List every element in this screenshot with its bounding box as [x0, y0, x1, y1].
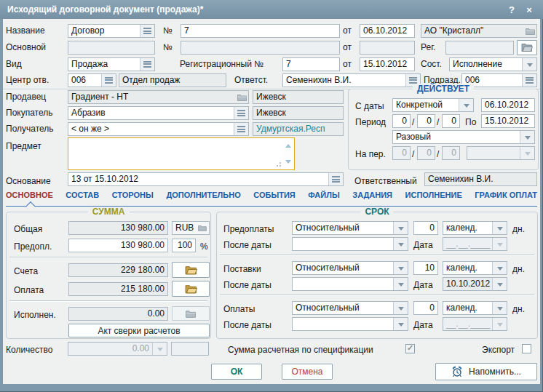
dropdown-button[interactable]: [393, 222, 408, 234]
dropdown-button[interactable]: [492, 262, 507, 274]
srok-separator: [220, 295, 534, 296]
title-bar: Исходящий договорной документ (продажа)*…: [0, 0, 543, 19]
invoices-label: Счета: [14, 265, 38, 279]
tab-osnovnoe[interactable]: ОСНОВНОЕ: [6, 191, 53, 199]
kind-field[interactable]: Продажа: [68, 57, 155, 71]
tab-fayly[interactable]: ФАЙЛЫ: [308, 191, 339, 199]
deliveries-date-combo[interactable]: 10.10.2012: [443, 277, 507, 291]
state-combo[interactable]: Исполнение: [449, 57, 537, 71]
from-label: от: [343, 24, 352, 38]
dropdown-button[interactable]: [393, 318, 408, 330]
resize-grip[interactable]: [280, 165, 281, 167]
period-years-field[interactable]: 0: [392, 114, 411, 128]
from-type-combo[interactable]: Конкретной: [392, 98, 474, 112]
name-field[interactable]: Договор: [68, 24, 155, 38]
center-list-button[interactable]: [101, 74, 116, 87]
dropdown-button[interactable]: [393, 302, 408, 314]
validity-kind-combo[interactable]: Разовый: [392, 130, 535, 144]
spec-sum-checkbox[interactable]: [405, 344, 415, 353]
payments-num-field[interactable]: 0: [413, 301, 438, 315]
state-dropdown-button[interactable]: [522, 58, 536, 71]
after-date-label: После даты: [223, 279, 272, 292]
export-checkbox[interactable]: [522, 344, 531, 353]
prepay-field[interactable]: 130 980.00: [68, 239, 168, 252]
folder-flat-icon[interactable]: [523, 25, 536, 37]
payments-after-combo[interactable]: [292, 317, 408, 331]
buyer-list-button[interactable]: [234, 107, 248, 119]
after-date-label: После даты: [223, 239, 272, 252]
payment-field: 215 180.00: [68, 282, 168, 296]
prepays-unit-combo[interactable]: календ.: [443, 221, 507, 235]
from-date-label: С даты: [355, 100, 384, 113]
scroll-down-icon[interactable]: [285, 160, 291, 167]
regnumber-field[interactable]: 7: [282, 57, 340, 71]
close-button[interactable]: ×: [521, 0, 537, 19]
tab-ispolnenie[interactable]: ИСПОЛНЕНИЕ: [405, 191, 462, 199]
tab-zadaniya[interactable]: ЗАДАНИЯ: [352, 191, 392, 199]
prepays-type-combo[interactable]: Относительный: [292, 221, 408, 235]
seller-city-field: Ижевск: [253, 90, 344, 104]
chevron-down-icon: [497, 243, 503, 249]
payments-unit-combo[interactable]: календ.: [443, 301, 507, 315]
folder-flat-icon[interactable]: [196, 222, 209, 234]
tab-dopolnitelno[interactable]: ДОПОЛНИТЕЛЬНО: [166, 191, 240, 199]
dropdown-button[interactable]: [492, 222, 507, 234]
name-list-button[interactable]: [140, 25, 154, 37]
valid-to-date-field[interactable]: 15.10.2012: [481, 114, 535, 128]
subdivision-list-button[interactable]: [522, 74, 536, 87]
remind-button[interactable]: Напомнить...: [435, 363, 537, 380]
tab-sobytiya[interactable]: СОБЫТИЯ: [253, 191, 295, 199]
subject-scrollbar[interactable]: [283, 139, 293, 169]
chevron-down-icon: [497, 307, 503, 313]
reg-browse-button[interactable]: [517, 40, 537, 55]
payment-folder-button[interactable]: [172, 281, 210, 297]
receiver-list-button[interactable]: [234, 123, 248, 135]
dropdown-button[interactable]: [393, 262, 408, 274]
from-type-dropdown-button[interactable]: [459, 99, 473, 111]
tab-storony[interactable]: СТОРОНЫ: [112, 191, 154, 199]
chevron-down-icon: [398, 307, 404, 313]
payments-type-combo[interactable]: Относительный: [292, 301, 408, 315]
ok-button[interactable]: ОК: [211, 364, 262, 380]
prepays-num-field[interactable]: 0: [413, 221, 438, 235]
buyer-field[interactable]: Абразив: [68, 106, 249, 120]
chevron-down-icon: [497, 283, 503, 289]
folder-flat-icon[interactable]: [235, 91, 248, 103]
dropdown-button[interactable]: [393, 238, 408, 250]
deliveries-type-combo[interactable]: Относительный: [292, 261, 408, 275]
deliveries-after-combo[interactable]: [292, 277, 408, 291]
basis-list-button[interactable]: [328, 173, 343, 185]
basis-field[interactable]: 13 от 15.10.2012: [68, 172, 344, 186]
currency-field[interactable]: RUB: [172, 221, 210, 235]
valid-from-date-field[interactable]: 06.10.2012: [481, 98, 535, 112]
prepays-after-combo[interactable]: [292, 237, 408, 251]
doc-date-field[interactable]: 06.10.2012: [360, 24, 415, 38]
period-months-field[interactable]: 0: [417, 114, 435, 128]
srok-legend: СРОК: [360, 207, 393, 217]
deliveries-num-field[interactable]: 10: [413, 261, 438, 275]
per-unit-dropdown-button: [520, 147, 534, 159]
subject-textarea[interactable]: [68, 137, 295, 170]
deliveries-unit-combo[interactable]: календ.: [443, 261, 507, 275]
cancel-button[interactable]: Отмена: [282, 364, 333, 380]
quantity-unit-field: [171, 342, 209, 356]
number-field[interactable]: 7: [181, 24, 340, 38]
help-button[interactable]: ?: [504, 0, 520, 19]
chevron-down-icon: [497, 227, 503, 233]
reg-date-field[interactable]: 15.10.2012: [360, 57, 415, 71]
reconciliation-act-button[interactable]: Акт сверки расчетов: [68, 324, 210, 337]
center-field[interactable]: 006: [68, 73, 116, 87]
responsible-field[interactable]: Семенихин В.И.: [282, 73, 421, 87]
invoices-folder-button[interactable]: [172, 262, 210, 278]
period-days-field[interactable]: 0: [442, 114, 460, 128]
kind-dropdown-button[interactable]: [520, 131, 534, 143]
dropdown-button[interactable]: [492, 278, 507, 290]
tab-sostav[interactable]: СОСТАВ: [66, 191, 99, 199]
receiver-field[interactable]: < он же >: [68, 122, 249, 136]
dropdown-button[interactable]: [492, 302, 507, 314]
dropdown-button[interactable]: [393, 278, 408, 290]
prepay-percent-field[interactable]: 100: [172, 239, 196, 252]
scroll-up-icon[interactable]: [285, 141, 291, 148]
kind-list-button[interactable]: [140, 58, 154, 71]
tab-grafik-oplat[interactable]: ГРАФИК ОПЛАТ: [475, 191, 537, 199]
